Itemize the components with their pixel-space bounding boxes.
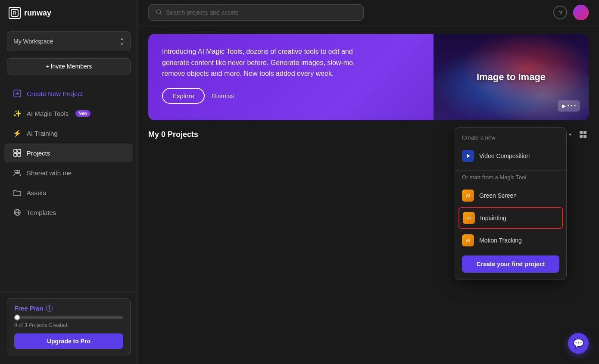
workspace-selector[interactable]: My Workspace ▲ ▼ [7,31,131,51]
svg-point-9 [15,170,17,173]
chat-bubble-button[interactable]: 💬 [568,333,589,354]
shared-icon [13,168,22,177]
motion-tracking-ai-icon: AI [462,234,474,246]
promo-banner: Introducing AI Magic Tools, dozens of cr… [148,34,589,120]
assets-label: Assets [27,189,46,196]
banner-description: Introducing AI Magic Tools, dozens of cr… [162,46,369,79]
create-first-project-button[interactable]: Create your first project [462,255,559,273]
progress-label: 0 of 3 Projects Created [14,322,123,328]
plus-icon [13,89,22,98]
logo-icon: R [9,7,21,19]
inpainting-ai-icon: AI [463,212,475,224]
dropdown-divider [455,170,566,171]
green-screen-label: Green Screen [479,192,517,199]
free-plan-box: Free Plan i 0 of 3 Projects Created Upgr… [7,298,131,355]
banner-text: Introducing AI Magic Tools, dozens of cr… [148,34,434,120]
chevron-updown-icon: ▲ ▼ [120,36,124,47]
explore-button[interactable]: Explore [162,88,205,104]
sidebar-item-projects[interactable]: Projects [4,143,133,162]
inpainting-label: Inpainting [480,215,506,221]
svg-marker-20 [467,154,470,158]
invite-members-button[interactable]: + Invite Members [7,58,131,75]
grid-view-button[interactable] [577,129,589,140]
svg-rect-6 [18,149,21,152]
projects-label: Projects [27,149,50,157]
progress-dot [14,314,20,320]
main-content: Search projects and assets ? Introducing… [138,0,599,364]
sidebar-item-create-new-project[interactable]: Create New Project [4,84,133,103]
lightning-icon: ⚡ [13,129,22,137]
topbar: Search projects and assets ? [138,0,599,25]
svg-rect-7 [14,153,17,156]
sidebar-item-assets[interactable]: Assets [4,183,133,202]
svg-rect-17 [583,131,587,134]
templates-label: Templates [27,209,56,216]
image-to-image-label: Image to Image [477,72,546,83]
dropdown-item-motion-tracking[interactable]: AI Motion Tracking [455,230,566,251]
avatar-image [573,5,589,20]
play-overlay: ▶ • • • [558,100,580,112]
ai-training-label: AI Training [27,130,58,137]
banner-image: Image to Image ▶ • • • [434,34,589,120]
play-dots: • • • [568,103,576,109]
sidebar-nav: Create New Project ✨ AI Magic Tools New … [0,80,137,292]
motion-tracking-label: Motion Tracking [479,237,522,244]
video-composition-icon [462,150,474,162]
search-placeholder: Search projects and assets [166,9,239,16]
create-new-project-label: Create New Project [27,90,83,97]
create-dropdown-menu: Create a new Video Composition Or start … [455,127,567,280]
search-box[interactable]: Search projects and assets [148,4,364,21]
avatar[interactable] [573,5,589,20]
shared-with-me-label: Shared with me [27,169,72,177]
projects-icon [13,149,22,157]
topbar-right: ? [553,5,589,20]
green-screen-ai-icon: AI [462,190,474,202]
dismiss-button[interactable]: Dismiss [212,92,234,100]
svg-rect-8 [18,153,21,156]
sort-chevron-icon: ▼ [568,132,572,137]
free-plan-title: Free Plan i [14,305,123,312]
logo-text: runway [24,9,51,18]
banner-buttons: Explore Dismiss [162,88,420,104]
sidebar: R runway My Workspace ▲ ▼ + Invite Membe… [0,0,138,364]
svg-point-14 [156,10,161,14]
grid-icon [579,131,587,138]
magic-wand-icon: ✨ [13,109,22,118]
search-icon [156,9,162,16]
svg-point-10 [17,170,20,173]
sidebar-item-shared-with-me[interactable]: Shared with me [4,163,133,182]
svg-rect-5 [14,149,17,152]
svg-rect-16 [580,131,583,134]
dropdown-section-magic: Or start from a Magic Tool [455,174,566,185]
dropdown-section-create: Create a new [455,134,566,145]
chat-icon: 💬 [573,338,584,348]
ai-magic-tools-label: AI Magic Tools [27,110,69,117]
info-icon[interactable]: i [46,305,53,312]
dropdown-item-inpainting[interactable]: AI Inpainting [459,207,563,229]
sidebar-item-ai-magic-tools[interactable]: ✨ AI Magic Tools New [4,104,133,123]
new-badge: New [75,110,90,117]
sidebar-header: R runway [0,0,137,26]
upgrade-to-pro-button[interactable]: Upgrade to Pro [14,333,123,349]
video-composition-label: Video Composition [479,152,530,159]
svg-line-15 [160,14,162,16]
play-icon: ▶ [562,103,566,109]
svg-rect-19 [583,135,587,138]
svg-text:R: R [13,11,16,16]
projects-title: My 0 Projects [148,130,198,139]
folder-icon [13,188,22,197]
globe-icon [13,208,22,217]
workspace-name: My Workspace [13,38,53,45]
dropdown-item-video-composition[interactable]: Video Composition [455,145,566,167]
sidebar-bottom: Free Plan i 0 of 3 Projects Created Upgr… [0,292,137,364]
help-button[interactable]: ? [553,6,567,19]
svg-rect-18 [580,135,583,138]
sidebar-item-templates[interactable]: Templates [4,203,133,222]
sidebar-item-ai-training[interactable]: ⚡ AI Training [4,124,133,143]
dropdown-item-green-screen[interactable]: AI Green Screen [455,185,566,206]
progress-bar [14,316,123,319]
